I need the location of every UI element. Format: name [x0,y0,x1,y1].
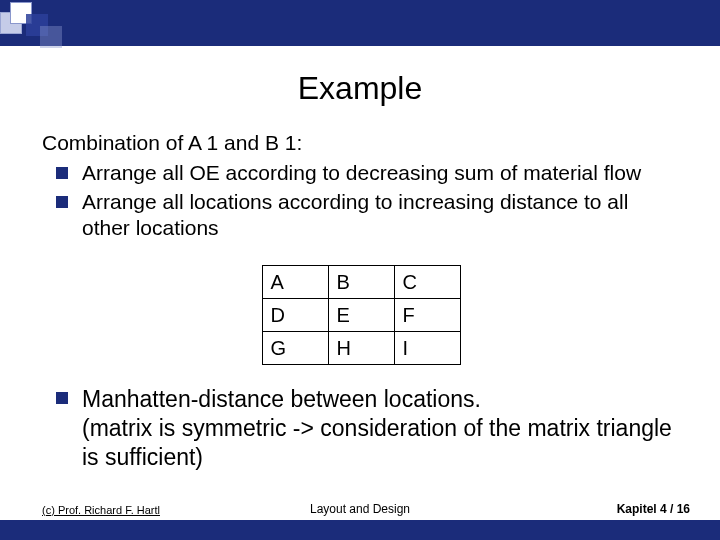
list-item-text: Arrange all OE according to decreasing s… [82,160,680,186]
table-row: D E F [262,299,460,332]
footer-center: Layout and Design [0,502,720,516]
list-item: Arrange all locations according to incre… [42,189,680,242]
cell: H [328,332,394,365]
location-grid: A B C D E F G H I [42,265,680,365]
top-bar [0,0,720,46]
list-item: Arrange all OE according to decreasing s… [42,160,680,186]
slide-title: Example [0,70,720,107]
cell: D [262,299,328,332]
bullet-icon [56,392,68,404]
cell: F [394,299,460,332]
list-item-text: Arrange all locations according to incre… [82,189,680,242]
cell: B [328,266,394,299]
footer-right: Kapitel 4 / 16 [617,502,690,516]
bullet-icon [56,196,68,208]
list-item: Manhatten-distance between locations.(ma… [42,385,680,471]
table-row: A B C [262,266,460,299]
intro-text: Combination of A 1 and B 1: [42,130,680,156]
corner-decoration [0,0,62,46]
cell: G [262,332,328,365]
bullet-icon [56,167,68,179]
cell: E [328,299,394,332]
cell: C [394,266,460,299]
table-row: G H I [262,332,460,365]
body-content: Combination of A 1 and B 1: Arrange all … [42,130,680,471]
slide: Example Combination of A 1 and B 1: Arra… [0,0,720,540]
cell: I [394,332,460,365]
list-item-text: Manhatten-distance between locations.(ma… [82,385,680,471]
bottom-bar [0,520,720,540]
cell: A [262,266,328,299]
